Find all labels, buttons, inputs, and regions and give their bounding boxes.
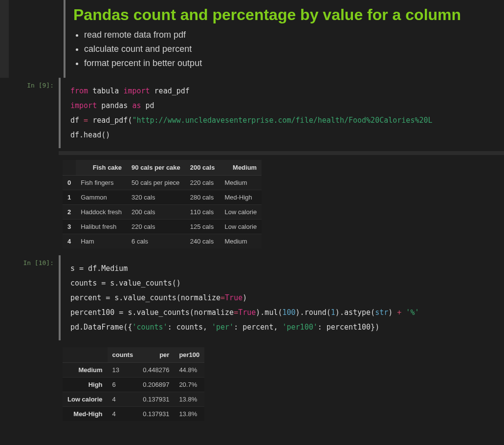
code-cell-1[interactable]: In [9]: from tabula import read_pdf impo… (0, 78, 504, 148)
code-seg: : percent, (234, 323, 282, 332)
bullet-item: format percent in better output (84, 56, 500, 70)
kw-from: from (70, 87, 88, 95)
cell: Halibut fresh (76, 220, 127, 234)
cell: 13 (108, 363, 138, 378)
string-literal: '%' (406, 308, 419, 317)
code-seg: ) (388, 308, 393, 317)
th: per100 (174, 347, 204, 363)
cell: 220 cals (127, 220, 185, 234)
th: counts (108, 347, 138, 363)
code-seg: percent = s.value_counts(normalize (70, 293, 220, 302)
th: per (138, 347, 174, 363)
cell: Medium (219, 176, 262, 190)
op-eq: = (234, 308, 238, 317)
cell: 4 (108, 392, 138, 407)
string-literal: 'per100' (283, 323, 318, 332)
var: df (70, 116, 79, 125)
row-index: Med-High (63, 407, 108, 422)
code-line: counts = s.value_counts() (70, 279, 181, 288)
th-blank (63, 160, 76, 176)
cell: 6 cals (127, 234, 185, 249)
th: 200 cals (185, 160, 220, 176)
bullet-item: calculate count and percent (84, 42, 500, 56)
table-row: 3Halibut fresh220 cals125 calsLow calori… (63, 220, 262, 234)
row-index: 4 (63, 234, 76, 249)
table-row: 2Haddock fresh200 cals110 calsLow calori… (63, 205, 262, 220)
code-seg: percent100 = s.value_counts(normalize (70, 308, 234, 317)
code-seg: ).round( (296, 308, 331, 317)
horizontal-scrollbar[interactable] (59, 151, 504, 155)
code-line: df.head() (70, 131, 110, 139)
cell: Low calorie (219, 205, 262, 220)
num: 1 (331, 308, 335, 317)
cell: 0.448276 (138, 363, 174, 378)
th: Fish cake (76, 160, 127, 176)
cell: Fish fingers (76, 176, 127, 190)
cell-run-bar (59, 255, 61, 340)
bullet-list: read remote data from pdf calculate coun… (73, 28, 500, 70)
alias: pd (146, 101, 154, 110)
op-eq: = (84, 116, 88, 125)
code-body[interactable]: s = df.Medium counts = s.value_counts() … (65, 255, 504, 340)
markdown-cell: Pandas count and percentage by value for… (0, 0, 504, 78)
row-index: 3 (63, 220, 76, 234)
cell: 240 cals (185, 234, 220, 249)
row-index: 0 (63, 176, 76, 190)
dataframe-table-1: Fish cake 90 cals per cake 200 cals Medi… (63, 160, 262, 248)
string-literal: 'counts' (132, 323, 167, 332)
row-index: Medium (63, 363, 108, 378)
table-row: 0Fish fingers50 cals per piece220 calsMe… (63, 176, 262, 190)
code-seg: ).astype( (335, 308, 375, 317)
import-name: read_pdf (154, 87, 190, 95)
bool-true: True (238, 308, 256, 317)
row-index: 1 (63, 190, 76, 205)
table-row: Low calorie40.13793113.8% (63, 392, 204, 407)
table-row: 1Gammon320 cals280 calsMed-High (63, 190, 262, 205)
th-blank (63, 347, 108, 363)
code-body[interactable]: from tabula import read_pdf import panda… (65, 78, 504, 148)
row-index: Low calorie (63, 392, 108, 407)
table-row: High60.20689720.7% (63, 378, 204, 392)
code-seg: pd.DataFrame({ (70, 323, 132, 332)
cell-run-bar (59, 78, 61, 148)
cell: 0.137931 (138, 407, 174, 422)
table-row: Med-High40.13793113.8% (63, 407, 204, 422)
bullet-item: read remote data from pdf (84, 28, 500, 42)
table-row: 4Ham6 cals240 calsMedium (63, 234, 262, 249)
code-text[interactable]: s = df.Medium counts = s.value_counts() … (68, 258, 500, 337)
module-name: pandas (101, 101, 128, 110)
code-seg: ) (242, 293, 247, 302)
input-prompt: In [10]: (0, 255, 59, 340)
th: Medium (219, 160, 262, 176)
code-seg: : percent100}) (318, 323, 379, 332)
cell: 125 cals (185, 220, 220, 234)
cell: Haddock fresh (76, 205, 127, 220)
cell: 200 cals (127, 205, 185, 220)
cell: 44.8% (174, 363, 204, 378)
cell: 110 cals (185, 205, 220, 220)
cell: Med-High (219, 190, 262, 205)
cell: Medium (219, 234, 262, 249)
row-index: 2 (63, 205, 76, 220)
string-literal: 'per' (212, 323, 234, 332)
code-text[interactable]: from tabula import read_pdf import panda… (68, 81, 500, 145)
page-title: Pandas count and percentage by value for… (73, 6, 500, 24)
cell: 13.8% (174, 407, 204, 422)
cell: 20.7% (174, 378, 204, 392)
cell: 13.8% (174, 392, 204, 407)
code-cell-2[interactable]: In [10]: s = df.Medium counts = s.value_… (0, 255, 504, 340)
op-plus: + (393, 308, 406, 317)
cell: 280 cals (185, 190, 220, 205)
cell: 4 (108, 407, 138, 422)
kw-import: import (70, 101, 97, 110)
builtin-str: str (375, 308, 388, 317)
bool-true: True (225, 293, 242, 302)
cell: Ham (76, 234, 127, 249)
cell-run-bar (64, 0, 66, 78)
th: 90 cals per cake (127, 160, 185, 176)
cell: 50 cals per piece (127, 176, 185, 190)
markdown-body: Pandas count and percentage by value for… (69, 0, 504, 78)
cell: 320 cals (127, 190, 185, 205)
output-area-2: counts per per100 Medium130.44827644.8%H… (59, 343, 504, 428)
cell: Low calorie (219, 220, 262, 234)
